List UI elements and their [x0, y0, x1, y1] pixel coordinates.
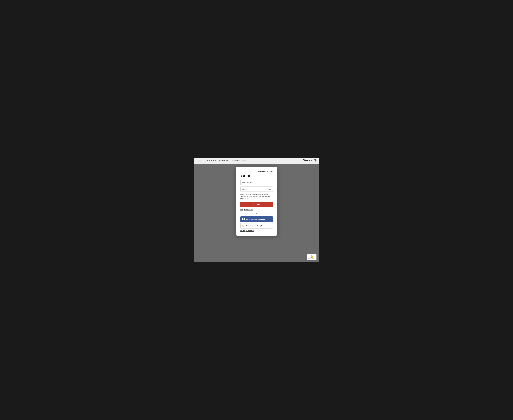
svg-point-3 — [270, 188, 270, 189]
modal-title: Sign In — [241, 174, 273, 177]
facebook-login-button[interactable]: f Continue with Facebook — [241, 216, 273, 222]
google-login-button[interactable]: Continue with Google — [241, 223, 273, 229]
email-input[interactable] — [241, 180, 273, 185]
create-account-section: Create Kobo account — [241, 171, 273, 172]
password-input[interactable] — [241, 187, 273, 192]
email-group — [241, 180, 273, 185]
user-icon — [303, 159, 306, 162]
svg-point-2 — [269, 188, 271, 189]
more-sign-in-options-link[interactable]: More sign-in options — [241, 230, 273, 232]
show-password-icon[interactable] — [269, 188, 271, 190]
kobo-nav-right: SIGN IN — [303, 159, 316, 162]
google-icon — [242, 225, 245, 227]
modal-overlay: Create Kobo account Sign In — [236, 167, 277, 236]
ereader-setup-nav[interactable]: EREADER SETUP — [232, 160, 246, 162]
password-wrapper — [241, 187, 273, 192]
terms-of-use-link[interactable]: Terms of Use — [241, 196, 249, 197]
divider-label: or — [256, 213, 257, 214]
settings-icon[interactable] — [314, 159, 316, 162]
nav-buttons: ‹ › — [197, 159, 203, 162]
recaptcha-logo: 🔒 — [310, 255, 313, 258]
sign-in-nav[interactable]: SIGN IN — [303, 159, 312, 162]
browser-toolbar: ‹ › SHOP KOBO MY BOOKS EREADER SETUP SIG… — [194, 158, 319, 164]
my-books-nav[interactable]: MY BOOKS — [219, 160, 228, 162]
google-btn-label: Continue with Google — [246, 225, 263, 227]
recaptcha-text: Privacy - Terms — [308, 258, 315, 259]
forward-button[interactable]: › — [200, 159, 203, 162]
svg-point-1 — [315, 160, 315, 161]
back-button[interactable]: ‹ — [197, 159, 200, 162]
divider: or — [241, 213, 273, 214]
facebook-btn-label: Continue with Facebook — [246, 218, 265, 220]
create-account-link[interactable]: Create Kobo account — [258, 171, 273, 172]
sign-in-label: SIGN IN — [306, 160, 312, 162]
svg-point-0 — [304, 160, 305, 161]
browser-window: ‹ › SHOP KOBO MY BOOKS EREADER SETUP SIG… — [194, 158, 319, 262]
sign-in-modal: Create Kobo account Sign In — [236, 167, 277, 236]
privacy-policy-link[interactable]: Privacy Policy — [241, 198, 249, 199]
forgot-password-link[interactable]: Forgot Password? — [241, 209, 273, 210]
terms-text: By continuing you confirm that you agree… — [241, 193, 273, 200]
password-group — [241, 187, 273, 192]
recaptcha-badge: 🔒 Privacy - Terms — [307, 254, 316, 260]
kobo-nav: SHOP KOBO MY BOOKS EREADER SETUP — [205, 160, 300, 162]
facebook-icon: f — [242, 218, 245, 220]
shop-kobo-nav[interactable]: SHOP KOBO — [205, 160, 216, 162]
continue-button[interactable]: Continue — [241, 202, 273, 207]
page-content: Rakuten kobo Create Kobo account Sign In — [194, 164, 319, 262]
